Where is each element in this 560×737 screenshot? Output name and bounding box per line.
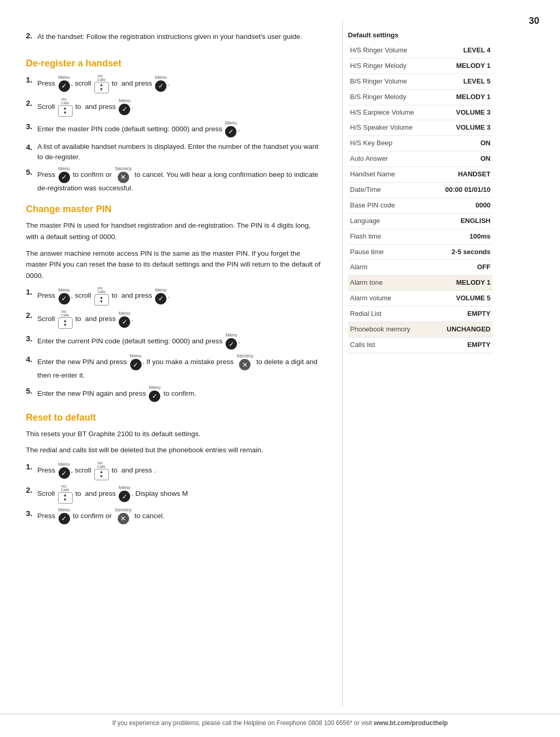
page-footer: If you experience any problems, please c… — [0, 714, 560, 727]
settings-row-17: Redial ListEMPTY — [348, 307, 493, 322]
settings-row-18: Phonebook memoryUNCHANGED — [348, 322, 493, 338]
cp-scroll-btn: Vol.Calls ▲▼ — [94, 286, 109, 305]
rs-scroll-btn-2: Vol.Calls ▲▼ — [58, 484, 73, 504]
settings-row-2: B/S Ringer VolumeLEVEL 5 — [348, 74, 493, 89]
cp-menu-btn-2: Menu ✓ — [155, 288, 167, 304]
cp-step-num-1: 1. — [26, 286, 37, 298]
scroll-btn-2: Vol.Calls ▲▼ — [58, 98, 73, 117]
change-pin-step-3: 3. Enter the current PIN code (default s… — [26, 333, 321, 350]
settings-row-11: LanguageENGLISH — [348, 213, 493, 229]
cp-menu-btn: Menu ✓ — [58, 288, 70, 304]
settings-label-3: B/S Ringer Melody — [348, 89, 427, 105]
settings-label-7: Auto Answer — [348, 151, 427, 167]
deregister-steps: 1. Press Menu ✓ , scroll Vol.Calls ▲▼ to… — [26, 74, 321, 194]
step-content-5: Press Menu ✓ to confirm or Secrecy ✕ to … — [37, 166, 321, 193]
settings-label-0: H/S Ringer Volume — [348, 43, 427, 58]
x-btn-1: Secrecy ✕ — [115, 166, 132, 183]
footer-url: www.bt.com/producthelp — [374, 719, 448, 727]
deregister-step-1: 1. Press Menu ✓ , scroll Vol.Calls ▲▼ to… — [26, 74, 321, 93]
settings-value-11: ENGLISH — [427, 213, 493, 229]
settings-row-13: Pause time2-5 seconds — [348, 244, 493, 260]
cp-step-num-5: 5. — [26, 385, 37, 397]
menu-btn-2: Menu ✓ — [155, 75, 167, 92]
settings-value-13: 2-5 seconds — [427, 244, 493, 260]
cp-step-content-5: Enter the new PIN again and press Menu ✓… — [37, 385, 321, 402]
settings-value-10: 0000 — [427, 198, 493, 213]
reset-body-1: This resets your BT Graphite 2100 to its… — [26, 428, 321, 440]
rs-step-content-2: Scroll Vol.Calls ▲▼ to and press Menu ✓ … — [37, 484, 321, 504]
settings-value-1: MELODY 1 — [427, 58, 493, 74]
change-pin-step-4: 4. Enter the new PIN and press Menu ✓ . … — [26, 354, 321, 381]
settings-label-12: Flash time — [348, 229, 427, 244]
settings-row-0: H/S Ringer VolumeLEVEL 4 — [348, 43, 493, 58]
settings-label-5: H/S Speaker Volume — [348, 120, 427, 136]
step-num-5: 5. — [26, 166, 37, 178]
settings-label-4: H/S Earpiece Volume — [348, 105, 427, 120]
settings-label-17: Redial List — [348, 307, 427, 322]
menu-btn: Menu ✓ — [58, 75, 70, 92]
section-reset: Reset to default This resets your BT Gra… — [26, 412, 321, 524]
intro-step: 2. At the handset: Follow the registrati… — [26, 31, 321, 48]
deregister-step-5: 5. Press Menu ✓ to confirm or Secrecy ✕ … — [26, 166, 321, 193]
settings-label-18: Phonebook memory — [348, 322, 427, 338]
left-content: 2. At the handset: Follow the registrati… — [0, 21, 337, 706]
settings-label-6: H/S Key Beep — [348, 136, 427, 151]
change-pin-steps: 1. Press Menu ✓ , scroll Vol.Calls ▲▼ to… — [26, 286, 321, 401]
section-change-pin: Change master PIN The master PIN is used… — [26, 204, 321, 401]
scroll-btn: Vol.Calls ▲▼ — [94, 74, 109, 93]
cp-menu-btn-5: Menu ✓ — [130, 354, 142, 370]
cp-menu-btn-6: Menu ✓ — [149, 385, 161, 402]
menu-btn-4: Menu ✓ — [225, 121, 237, 137]
step-num-3: 3. — [26, 121, 37, 133]
rs-menu-btn: Menu ✓ — [58, 462, 70, 479]
settings-row-4: H/S Earpiece VolumeVOLUME 3 — [348, 105, 493, 120]
settings-value-12: 100ms — [427, 229, 493, 244]
settings-value-4: VOLUME 3 — [427, 105, 493, 120]
settings-row-19: Calls listEMPTY — [348, 337, 493, 353]
settings-label-16: Alarm volume — [348, 291, 427, 307]
settings-value-5: VOLUME 3 — [427, 120, 493, 136]
settings-row-6: H/S Key BeepON — [348, 136, 493, 151]
settings-value-6: ON — [427, 136, 493, 151]
settings-value-9: 00:00 01/01/10 — [427, 183, 493, 198]
rs-scroll-btn: Vol.Calls ▲▼ — [94, 461, 109, 480]
step-content-1: Press Menu ✓ , scroll Vol.Calls ▲▼ to an… — [37, 74, 321, 93]
section-heading-reset: Reset to default — [26, 412, 321, 423]
rs-menu-btn-3: Menu ✓ — [119, 485, 131, 502]
change-pin-step-5: 5. Enter the new PIN again and press Men… — [26, 385, 321, 402]
deregister-step-3: 3. Enter the master PIN code (default se… — [26, 121, 321, 137]
settings-value-8: HANDSET — [427, 167, 493, 183]
cp-step-num-2: 2. — [26, 310, 37, 322]
settings-table: H/S Ringer VolumeLEVEL 4H/S Ringer Melod… — [348, 43, 493, 353]
section-heading-deregister: De-register a handset — [26, 58, 321, 69]
settings-value-7: ON — [427, 151, 493, 167]
deregister-step-2: 2. Scroll Vol.Calls ▲▼ to and press Menu… — [26, 98, 321, 117]
cp-step-content-2: Scroll Vol.Calls ▲▼ to and press Menu ✓ … — [37, 310, 321, 329]
step-content-2: Scroll Vol.Calls ▲▼ to and press Menu ✓ … — [37, 98, 321, 117]
rs-step-num-2: 2. — [26, 484, 37, 496]
step-num-2: 2. — [26, 98, 37, 109]
settings-label-9: Date/Time — [348, 183, 427, 198]
settings-row-1: H/S Ringer MelodyMELODY 1 — [348, 58, 493, 74]
settings-label-11: Language — [348, 213, 427, 229]
cp-scroll-btn-2: Vol.Calls ▲▼ — [58, 310, 73, 329]
settings-row-8: Handset NameHANDSET — [348, 167, 493, 183]
settings-row-9: Date/Time00:00 01/01/10 — [348, 183, 493, 198]
settings-value-0: LEVEL 4 — [427, 43, 493, 58]
reset-step-2: 2. Scroll Vol.Calls ▲▼ to and press Menu… — [26, 484, 321, 504]
settings-row-5: H/S Speaker VolumeVOLUME 3 — [348, 120, 493, 136]
step-content-4: A list of available handset numbers is d… — [37, 142, 321, 163]
settings-label-1: H/S Ringer Melody — [348, 58, 427, 74]
cp-menu-btn-3: Menu ✓ — [119, 311, 131, 328]
reset-body-2: The redial and calls list will be delete… — [26, 444, 321, 456]
cp-step-num-4: 4. — [26, 354, 37, 366]
footer-text: If you experience any problems, please c… — [112, 719, 372, 727]
settings-label-15: Alarm tone — [348, 275, 427, 291]
settings-label-13: Pause time — [348, 244, 427, 260]
settings-value-14: OFF — [427, 260, 493, 275]
step-num-1: 1. — [26, 74, 37, 86]
settings-row-10: Base PIN code0000 — [348, 198, 493, 213]
rs-menu-btn-5: Menu ✓ — [58, 508, 70, 524]
settings-label-14: Alarm — [348, 260, 427, 275]
settings-row-15: Alarm toneMELODY 1 — [348, 275, 493, 291]
